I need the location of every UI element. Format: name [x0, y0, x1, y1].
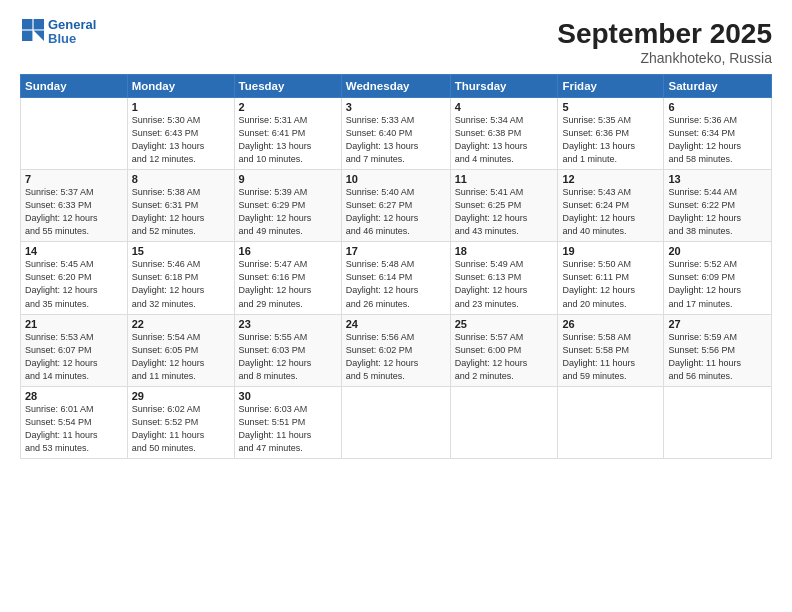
day-number: 29: [132, 390, 230, 402]
day-number: 24: [346, 318, 446, 330]
calendar-cell: 19Sunrise: 5:50 AMSunset: 6:11 PMDayligh…: [558, 242, 664, 314]
svg-rect-0: [22, 19, 32, 29]
calendar-cell: 1Sunrise: 5:30 AMSunset: 6:43 PMDaylight…: [127, 98, 234, 170]
calendar-cell: 28Sunrise: 6:01 AMSunset: 5:54 PMDayligh…: [21, 386, 128, 458]
weekday-header-row: SundayMondayTuesdayWednesdayThursdayFrid…: [21, 75, 772, 98]
day-number: 20: [668, 245, 767, 257]
calendar-cell: 22Sunrise: 5:54 AMSunset: 6:05 PMDayligh…: [127, 314, 234, 386]
day-number: 13: [668, 173, 767, 185]
day-info: Sunrise: 5:30 AMSunset: 6:43 PMDaylight:…: [132, 114, 230, 166]
week-row-2: 7Sunrise: 5:37 AMSunset: 6:33 PMDaylight…: [21, 170, 772, 242]
weekday-header-tuesday: Tuesday: [234, 75, 341, 98]
day-number: 30: [239, 390, 337, 402]
weekday-header-friday: Friday: [558, 75, 664, 98]
day-info: Sunrise: 5:53 AMSunset: 6:07 PMDaylight:…: [25, 331, 123, 383]
day-number: 23: [239, 318, 337, 330]
day-info: Sunrise: 5:47 AMSunset: 6:16 PMDaylight:…: [239, 258, 337, 310]
calendar-cell: [664, 386, 772, 458]
calendar-cell: 21Sunrise: 5:53 AMSunset: 6:07 PMDayligh…: [21, 314, 128, 386]
day-info: Sunrise: 6:02 AMSunset: 5:52 PMDaylight:…: [132, 403, 230, 455]
day-info: Sunrise: 5:31 AMSunset: 6:41 PMDaylight:…: [239, 114, 337, 166]
day-info: Sunrise: 5:50 AMSunset: 6:11 PMDaylight:…: [562, 258, 659, 310]
header: General Blue September 2025 Zhankhoteko,…: [20, 18, 772, 66]
day-number: 28: [25, 390, 123, 402]
calendar-cell: 16Sunrise: 5:47 AMSunset: 6:16 PMDayligh…: [234, 242, 341, 314]
day-number: 19: [562, 245, 659, 257]
calendar-cell: 29Sunrise: 6:02 AMSunset: 5:52 PMDayligh…: [127, 386, 234, 458]
day-number: 12: [562, 173, 659, 185]
calendar-cell: [450, 386, 558, 458]
calendar-cell: 15Sunrise: 5:46 AMSunset: 6:18 PMDayligh…: [127, 242, 234, 314]
day-number: 26: [562, 318, 659, 330]
week-row-4: 21Sunrise: 5:53 AMSunset: 6:07 PMDayligh…: [21, 314, 772, 386]
calendar-cell: 26Sunrise: 5:58 AMSunset: 5:58 PMDayligh…: [558, 314, 664, 386]
calendar-cell: 25Sunrise: 5:57 AMSunset: 6:00 PMDayligh…: [450, 314, 558, 386]
calendar-cell: [341, 386, 450, 458]
calendar-cell: 23Sunrise: 5:55 AMSunset: 6:03 PMDayligh…: [234, 314, 341, 386]
weekday-header-monday: Monday: [127, 75, 234, 98]
calendar-cell: [21, 98, 128, 170]
calendar-cell: 5Sunrise: 5:35 AMSunset: 6:36 PMDaylight…: [558, 98, 664, 170]
calendar-cell: 8Sunrise: 5:38 AMSunset: 6:31 PMDaylight…: [127, 170, 234, 242]
calendar-cell: 30Sunrise: 6:03 AMSunset: 5:51 PMDayligh…: [234, 386, 341, 458]
calendar-cell: [558, 386, 664, 458]
day-info: Sunrise: 5:52 AMSunset: 6:09 PMDaylight:…: [668, 258, 767, 310]
day-info: Sunrise: 5:43 AMSunset: 6:24 PMDaylight:…: [562, 186, 659, 238]
day-number: 4: [455, 101, 554, 113]
calendar-cell: 10Sunrise: 5:40 AMSunset: 6:27 PMDayligh…: [341, 170, 450, 242]
month-title: September 2025: [557, 18, 772, 50]
location-subtitle: Zhankhoteko, Russia: [557, 50, 772, 66]
weekday-header-wednesday: Wednesday: [341, 75, 450, 98]
week-row-1: 1Sunrise: 5:30 AMSunset: 6:43 PMDaylight…: [21, 98, 772, 170]
day-info: Sunrise: 5:57 AMSunset: 6:00 PMDaylight:…: [455, 331, 554, 383]
title-block: September 2025 Zhankhoteko, Russia: [557, 18, 772, 66]
day-info: Sunrise: 5:38 AMSunset: 6:31 PMDaylight:…: [132, 186, 230, 238]
calendar-cell: 20Sunrise: 5:52 AMSunset: 6:09 PMDayligh…: [664, 242, 772, 314]
day-info: Sunrise: 5:58 AMSunset: 5:58 PMDaylight:…: [562, 331, 659, 383]
day-number: 14: [25, 245, 123, 257]
calendar-cell: 3Sunrise: 5:33 AMSunset: 6:40 PMDaylight…: [341, 98, 450, 170]
day-number: 3: [346, 101, 446, 113]
day-number: 22: [132, 318, 230, 330]
day-number: 11: [455, 173, 554, 185]
day-info: Sunrise: 5:48 AMSunset: 6:14 PMDaylight:…: [346, 258, 446, 310]
calendar-table: SundayMondayTuesdayWednesdayThursdayFrid…: [20, 74, 772, 459]
calendar-cell: 12Sunrise: 5:43 AMSunset: 6:24 PMDayligh…: [558, 170, 664, 242]
calendar-cell: 9Sunrise: 5:39 AMSunset: 6:29 PMDaylight…: [234, 170, 341, 242]
calendar-cell: 11Sunrise: 5:41 AMSunset: 6:25 PMDayligh…: [450, 170, 558, 242]
day-number: 21: [25, 318, 123, 330]
day-info: Sunrise: 5:34 AMSunset: 6:38 PMDaylight:…: [455, 114, 554, 166]
day-number: 6: [668, 101, 767, 113]
day-number: 25: [455, 318, 554, 330]
logo-blue: Blue: [48, 32, 96, 46]
day-info: Sunrise: 5:49 AMSunset: 6:13 PMDaylight:…: [455, 258, 554, 310]
calendar-cell: 2Sunrise: 5:31 AMSunset: 6:41 PMDaylight…: [234, 98, 341, 170]
day-info: Sunrise: 6:03 AMSunset: 5:51 PMDaylight:…: [239, 403, 337, 455]
day-info: Sunrise: 5:59 AMSunset: 5:56 PMDaylight:…: [668, 331, 767, 383]
calendar-page: General Blue September 2025 Zhankhoteko,…: [0, 0, 792, 612]
calendar-cell: 27Sunrise: 5:59 AMSunset: 5:56 PMDayligh…: [664, 314, 772, 386]
day-info: Sunrise: 5:37 AMSunset: 6:33 PMDaylight:…: [25, 186, 123, 238]
day-info: Sunrise: 5:41 AMSunset: 6:25 PMDaylight:…: [455, 186, 554, 238]
day-number: 10: [346, 173, 446, 185]
day-number: 16: [239, 245, 337, 257]
day-info: Sunrise: 5:36 AMSunset: 6:34 PMDaylight:…: [668, 114, 767, 166]
logo: General Blue: [20, 18, 96, 47]
logo-general: General: [48, 18, 96, 32]
calendar-cell: 6Sunrise: 5:36 AMSunset: 6:34 PMDaylight…: [664, 98, 772, 170]
day-info: Sunrise: 5:55 AMSunset: 6:03 PMDaylight:…: [239, 331, 337, 383]
day-info: Sunrise: 5:39 AMSunset: 6:29 PMDaylight:…: [239, 186, 337, 238]
weekday-header-saturday: Saturday: [664, 75, 772, 98]
calendar-cell: 4Sunrise: 5:34 AMSunset: 6:38 PMDaylight…: [450, 98, 558, 170]
day-info: Sunrise: 5:54 AMSunset: 6:05 PMDaylight:…: [132, 331, 230, 383]
weekday-header-sunday: Sunday: [21, 75, 128, 98]
calendar-cell: 14Sunrise: 5:45 AMSunset: 6:20 PMDayligh…: [21, 242, 128, 314]
calendar-cell: 24Sunrise: 5:56 AMSunset: 6:02 PMDayligh…: [341, 314, 450, 386]
day-number: 8: [132, 173, 230, 185]
day-number: 27: [668, 318, 767, 330]
svg-rect-2: [22, 31, 32, 41]
svg-rect-1: [34, 19, 44, 29]
day-number: 9: [239, 173, 337, 185]
calendar-cell: 17Sunrise: 5:48 AMSunset: 6:14 PMDayligh…: [341, 242, 450, 314]
week-row-3: 14Sunrise: 5:45 AMSunset: 6:20 PMDayligh…: [21, 242, 772, 314]
